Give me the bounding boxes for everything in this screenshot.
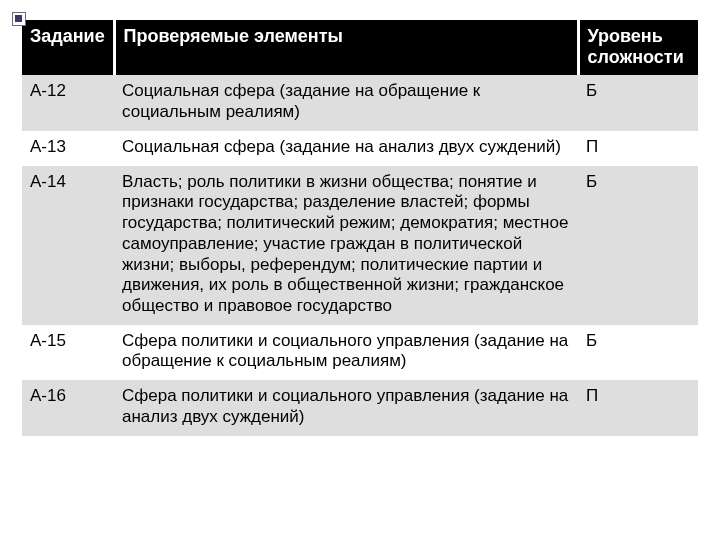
table-row: А-14 Власть; роль политики в жизни общес…	[22, 166, 698, 325]
cell-elements: Социальная сфера (задание на анализ двух…	[114, 131, 578, 166]
cell-elements: Сфера политики и социального управления …	[114, 325, 578, 380]
header-row: Задание Проверяемые элементы Уровень сло…	[22, 20, 698, 75]
cell-level: Б	[578, 325, 698, 380]
cell-elements: Сфера политики и социального управления …	[114, 380, 578, 435]
cell-level: П	[578, 131, 698, 166]
header-level: Уровень сложности	[578, 20, 698, 75]
cell-level: Б	[578, 75, 698, 130]
cell-task: А-16	[22, 380, 114, 435]
cell-level: Б	[578, 166, 698, 325]
header-task: Задание	[22, 20, 114, 75]
cell-task: А-12	[22, 75, 114, 130]
table-row: А-12 Социальная сфера (задание на обраще…	[22, 75, 698, 130]
cell-elements: Социальная сфера (задание на обращение к…	[114, 75, 578, 130]
cell-task: А-15	[22, 325, 114, 380]
table-row: А-16 Сфера политики и социального управл…	[22, 380, 698, 435]
header-elements: Проверяемые элементы	[114, 20, 578, 75]
cell-elements: Власть; роль политики в жизни общества; …	[114, 166, 578, 325]
table-row: А-15 Сфера политики и социального управл…	[22, 325, 698, 380]
table-row: А-13 Социальная сфера (задание на анализ…	[22, 131, 698, 166]
slide-bullet	[12, 12, 26, 26]
cell-task: А-13	[22, 131, 114, 166]
tasks-table: Задание Проверяемые элементы Уровень сло…	[22, 20, 698, 436]
cell-task: А-14	[22, 166, 114, 325]
cell-level: П	[578, 380, 698, 435]
